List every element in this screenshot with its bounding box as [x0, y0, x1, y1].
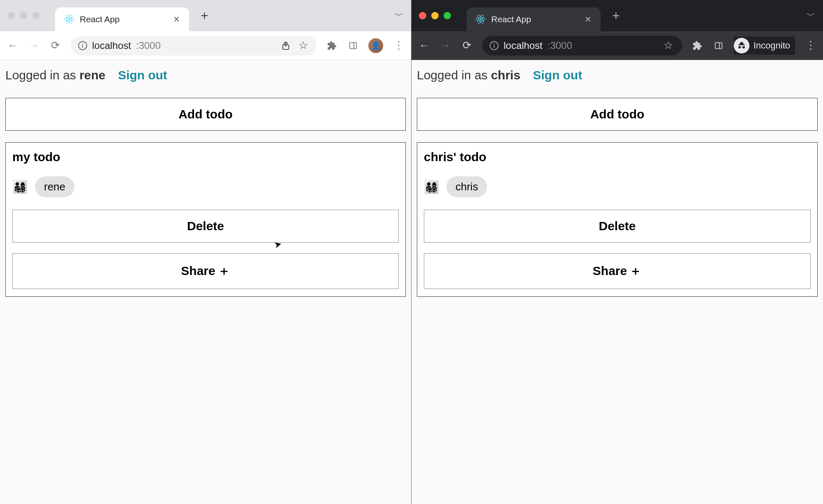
close-window-dot[interactable]: [7, 12, 15, 19]
sign-out-link[interactable]: Sign out: [118, 68, 167, 82]
profile-avatar[interactable]: 👤: [368, 38, 383, 53]
close-tab-icon[interactable]: ✕: [173, 14, 180, 24]
toolbar: ← → ⟳ i localhost:3000 ☆ Incognito ⋮: [412, 31, 823, 60]
members-row: 👨‍👩‍👧‍👦 chris: [424, 176, 811, 197]
new-tab-button[interactable]: +: [612, 8, 620, 23]
toolbar: ← → ⟳ i localhost:3000 ☆ 👤 ⋮: [0, 31, 411, 60]
svg-point-0: [68, 18, 70, 20]
tab-bar: React App ✕ + ﹀: [0, 0, 411, 31]
minimize-window-dot[interactable]: [20, 12, 27, 19]
add-todo-button[interactable]: Add todo: [5, 98, 406, 131]
todo-title: chris' todo: [424, 150, 811, 164]
members-row: 👨‍👩‍👧‍👦 rene: [12, 176, 399, 197]
svg-rect-5: [350, 42, 357, 49]
incognito-indicator[interactable]: Incognito: [734, 37, 795, 55]
browser-window-right: React App ✕ + ﹀ ← → ⟳ i localhost:3000 ☆…: [412, 0, 823, 504]
tab-bar: React App ✕ + ﹀: [412, 0, 823, 31]
url-path: :3000: [548, 40, 572, 51]
reload-icon[interactable]: ⟳: [49, 39, 62, 52]
back-icon[interactable]: ←: [7, 39, 19, 52]
forward-icon[interactable]: →: [28, 39, 40, 52]
minimize-window-dot[interactable]: [431, 12, 439, 19]
family-icon: 👨‍👩‍👧‍👦: [424, 180, 439, 194]
logged-in-prefix: Logged in as: [417, 68, 491, 82]
url-path: :3000: [136, 40, 161, 51]
tab-title: React App: [80, 14, 167, 24]
browser-window-left: React App ✕ + ﹀ ← → ⟳ i localhost:3000 ☆…: [0, 0, 412, 504]
extensions-icon[interactable]: [326, 41, 338, 51]
traffic-lights: [419, 12, 451, 19]
page-content: Logged in as rene Sign out Add todo my t…: [0, 60, 411, 504]
delete-button[interactable]: Delete: [424, 210, 811, 243]
svg-rect-11: [715, 42, 722, 49]
todo-title: my todo: [12, 150, 399, 164]
bookmark-star-icon[interactable]: ☆: [662, 39, 675, 52]
traffic-lights: [7, 12, 39, 19]
share-button[interactable]: Share＋: [424, 253, 811, 289]
tab-dropdown-icon[interactable]: ﹀: [807, 9, 816, 22]
current-username: rene: [79, 68, 105, 82]
browser-menu-icon[interactable]: ⋮: [804, 39, 816, 52]
tab-title: React App: [491, 14, 579, 24]
member-pill: rene: [35, 176, 74, 197]
family-icon: 👨‍👩‍👧‍👦: [12, 180, 28, 194]
current-username: chris: [491, 68, 520, 82]
todo-card: my todo 👨‍👩‍👧‍👦 rene Delete Share＋: [5, 142, 406, 297]
share-page-icon[interactable]: [280, 41, 292, 50]
plus-icon: ＋: [629, 264, 642, 277]
address-bar[interactable]: i localhost:3000 ☆: [71, 36, 317, 55]
page-content: Logged in as chris Sign out Add todo chr…: [412, 60, 823, 504]
extensions-icon[interactable]: [691, 41, 703, 51]
logged-in-prefix: Logged in as: [5, 68, 79, 82]
url-host: localhost: [92, 40, 131, 51]
incognito-label: Incognito: [754, 40, 790, 51]
svg-point-7: [480, 18, 481, 20]
maximize-window-dot[interactable]: [444, 12, 451, 19]
back-icon[interactable]: ←: [418, 39, 430, 52]
new-tab-button[interactable]: +: [201, 8, 208, 23]
close-tab-icon[interactable]: ✕: [585, 14, 592, 24]
tab-dropdown-icon[interactable]: ﹀: [395, 9, 404, 22]
maximize-window-dot[interactable]: [32, 12, 39, 19]
share-label: Share: [593, 264, 627, 277]
browser-menu-icon[interactable]: ⋮: [392, 39, 405, 52]
member-pill: chris: [446, 176, 487, 197]
address-bar[interactable]: i localhost:3000 ☆: [482, 36, 682, 55]
react-logo-icon: [64, 14, 74, 24]
bookmark-star-icon[interactable]: ☆: [297, 39, 309, 52]
close-window-dot[interactable]: [419, 12, 426, 19]
url-host: localhost: [504, 40, 543, 51]
reload-icon[interactable]: ⟳: [461, 39, 473, 52]
plus-icon: ＋: [218, 264, 230, 277]
site-info-icon[interactable]: i: [78, 41, 87, 50]
todo-card: chris' todo 👨‍👩‍👧‍👦 chris Delete Share＋: [417, 142, 818, 297]
delete-button[interactable]: Delete: [12, 210, 399, 243]
incognito-icon: [734, 38, 749, 53]
share-label: Share: [181, 264, 215, 277]
side-panel-icon[interactable]: [712, 41, 725, 50]
react-logo-icon: [476, 14, 485, 24]
share-button[interactable]: Share＋: [12, 253, 399, 289]
browser-tab[interactable]: React App ✕: [55, 7, 189, 31]
forward-icon[interactable]: →: [439, 39, 452, 52]
auth-status-line: Logged in as chris Sign out: [417, 68, 818, 82]
add-todo-button[interactable]: Add todo: [417, 98, 818, 131]
browser-tab[interactable]: React App ✕: [467, 7, 601, 31]
side-panel-icon[interactable]: [347, 41, 359, 50]
auth-status-line: Logged in as rene Sign out: [5, 68, 406, 82]
sign-out-link[interactable]: Sign out: [533, 68, 582, 82]
site-info-icon[interactable]: i: [490, 41, 499, 50]
